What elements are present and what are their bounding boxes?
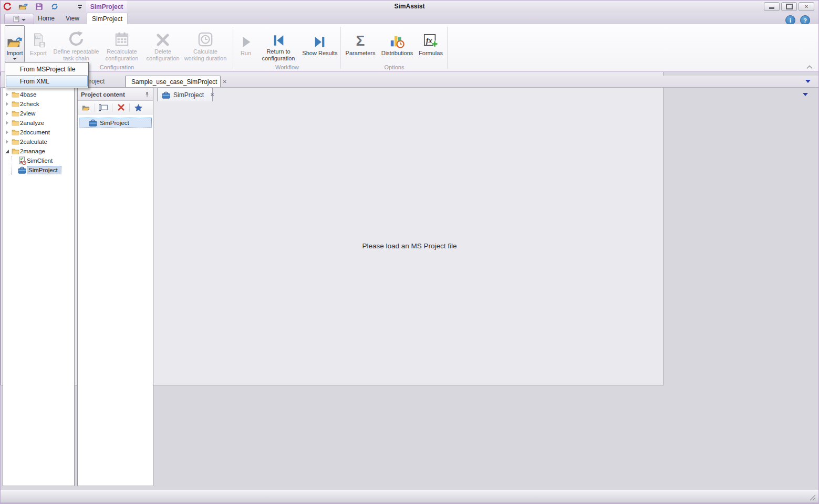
menu-item-from-xml[interactable]: From XML	[6, 75, 88, 87]
window-bottom-border	[1, 502, 818, 503]
resize-grip[interactable]	[809, 494, 816, 501]
menu-item-from-msproject-file[interactable]: From MSProject file	[6, 63, 88, 75]
import-dropdown-menu: From MSProject file From XML	[5, 62, 89, 88]
status-bar	[1, 490, 818, 502]
editor-panel: Please load an MS Project file	[1, 1, 664, 385]
application-window: SimProject SimAssist ✕ Home View SimProj…	[0, 0, 819, 504]
editor-content: Please load an MS Project file	[1, 1, 818, 491]
placeholder-text: Please load an MS Project file	[362, 242, 457, 250]
